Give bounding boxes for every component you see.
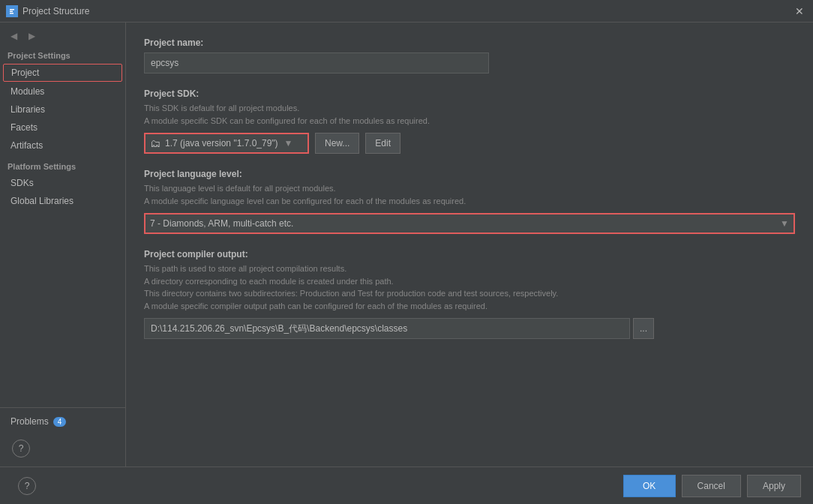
close-button[interactable]: ✕ [792,4,807,19]
main-panel: Project name: Project SDK: This SDK is d… [126,22,813,466]
apply-button[interactable]: Apply [747,475,801,497]
language-level-title: Project language level: [144,169,795,179]
sdk-new-button[interactable]: New... [315,133,359,154]
dialog-body: ◀ ▶ Project Settings Project Modules Lib… [0,22,813,466]
language-description: This language level is default for all p… [144,182,795,207]
compiler-description: This path is used to store all project c… [144,262,795,312]
sdk-folder-icon: 🗂 [150,137,160,149]
compiler-path-row: ... [144,318,654,339]
sidebar-toolbar: ◀ ▶ [0,26,125,46]
sdk-row: 🗂 1.7 (java version "1.7.0_79") ▼ New...… [144,133,795,154]
sdk-description: This SDK is default for all project modu… [144,102,795,127]
sidebar-divider [0,407,125,408]
browse-button[interactable]: ... [633,318,654,339]
sidebar: ◀ ▶ Project Settings Project Modules Lib… [0,22,126,466]
help-button[interactable]: ? [12,440,30,458]
project-name-label: Project name: [144,38,795,48]
project-settings-section: Project Settings [0,46,125,63]
compiler-output-section: Project compiler output: This path is us… [144,249,795,339]
sdk-edit-button[interactable]: Edit [365,133,400,154]
app-icon [6,5,18,17]
platform-settings-section: Platform Settings [0,154,125,174]
problems-badge: 4 [53,417,67,427]
dialog-title: Project Structure [22,6,792,16]
project-structure-dialog: Project Structure ✕ ◀ ▶ Project Settings… [0,0,813,504]
sidebar-item-project[interactable]: Project [3,64,122,82]
svg-rect-2 [10,10,13,12]
footer-help-button[interactable]: ? [18,477,36,495]
compiler-path-input[interactable] [144,318,630,339]
sidebar-item-libraries[interactable]: Libraries [3,101,122,118]
sdk-section-title: Project SDK: [144,88,795,99]
sidebar-item-global-libraries[interactable]: Global Libraries [3,193,122,209]
sidebar-item-artifacts[interactable]: Artifacts [3,137,122,154]
svg-rect-1 [10,9,14,10]
compiler-output-title: Project compiler output: [144,249,795,260]
dialog-footer: ? OK Cancel Apply [0,466,813,504]
language-dropdown[interactable]: 7 - Diamonds, ARM, multi-catch etc. ▼ [144,213,795,234]
ok-button[interactable]: OK [623,475,676,497]
nav-forward-button[interactable]: ▶ [24,28,39,44]
lang-dropdown-arrow-icon: ▼ [780,218,789,229]
project-name-input[interactable] [144,52,489,74]
svg-rect-3 [10,13,14,14]
sdk-dropdown[interactable]: 🗂 1.7 (java version "1.7.0_79") ▼ [144,133,309,154]
sidebar-item-facets[interactable]: Facets [3,119,122,136]
sidebar-item-modules[interactable]: Modules [3,83,122,100]
project-name-section: Project name: [144,38,795,74]
sdk-dropdown-arrow-icon: ▼ [284,138,293,148]
title-bar: Project Structure ✕ [0,0,813,22]
sidebar-item-sdks[interactable]: SDKs [3,175,122,191]
project-sdk-section: Project SDK: This SDK is default for all… [144,88,795,154]
cancel-button[interactable]: Cancel [682,475,741,497]
language-level-section: Project language level: This language le… [144,169,795,234]
footer-left: ? [12,471,42,501]
sidebar-item-problems[interactable]: Problems 4 [3,413,122,430]
nav-back-button[interactable]: ◀ [6,28,21,44]
